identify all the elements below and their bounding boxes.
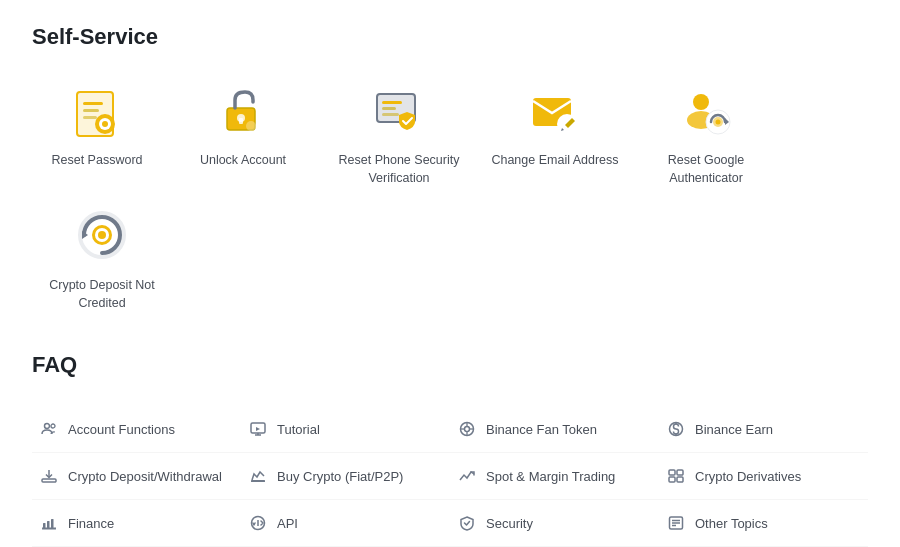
faq-crypto-derivatives-label: Crypto Derivatives — [695, 469, 801, 484]
svg-rect-17 — [382, 113, 399, 116]
faq-fan-token[interactable]: Binance Fan Token — [450, 406, 659, 453]
finance-icon — [40, 514, 58, 532]
trading-icon — [458, 467, 476, 485]
earn-icon — [667, 420, 685, 438]
faq-crypto-derivatives[interactable]: Crypto Derivatives — [659, 453, 868, 500]
svg-rect-7 — [83, 116, 97, 119]
buy-crypto-icon — [249, 467, 267, 485]
svg-rect-16 — [382, 107, 396, 110]
faq-finance[interactable]: Finance — [32, 500, 241, 547]
crypto-deposit-label: Crypto Deposit Not Credited — [32, 277, 172, 312]
service-reset-password[interactable]: Reset Password — [32, 78, 162, 187]
service-reset-google[interactable]: Reset Google Authenticator — [636, 78, 776, 187]
faq-spot-margin-label: Spot & Margin Trading — [486, 469, 615, 484]
reset-google-icon — [674, 78, 738, 142]
derivatives-icon — [667, 467, 685, 485]
faq-finance-label: Finance — [68, 516, 114, 531]
faq-security[interactable]: Security — [450, 500, 659, 547]
crypto-deposit-icon — [70, 203, 134, 267]
faq-fan-token-label: Binance Fan Token — [486, 422, 597, 437]
security-icon — [458, 514, 476, 532]
faq-spot-margin[interactable]: Spot & Margin Trading — [450, 453, 659, 500]
faq-earn[interactable]: Binance Earn — [659, 406, 868, 453]
reset-phone-label: Reset Phone Security Verification — [324, 152, 474, 187]
svg-rect-38 — [251, 480, 265, 482]
change-email-label: Change Email Address — [491, 152, 618, 170]
svg-rect-41 — [669, 477, 675, 482]
tutorial-icon — [249, 420, 267, 438]
fan-token-icon — [458, 420, 476, 438]
unlock-account-label: Unlock Account — [200, 152, 286, 170]
svg-rect-46 — [51, 519, 54, 528]
deposit-icon — [40, 467, 58, 485]
svg-rect-37 — [42, 479, 56, 482]
svg-point-32 — [51, 424, 55, 428]
faq-api-label: API — [277, 516, 298, 531]
faq-earn-label: Binance Earn — [695, 422, 773, 437]
service-reset-phone[interactable]: Reset Phone Security Verification — [324, 78, 474, 187]
svg-rect-45 — [47, 521, 50, 528]
svg-point-20 — [693, 94, 709, 110]
svg-rect-11 — [239, 118, 243, 124]
faq-buy-crypto-label: Buy Crypto (Fiat/P2P) — [277, 469, 403, 484]
faq-other-topics-label: Other Topics — [695, 516, 768, 531]
reset-phone-icon — [367, 78, 431, 142]
svg-point-6 — [102, 121, 108, 127]
svg-point-31 — [45, 424, 50, 429]
service-change-email[interactable]: Change Email Address — [490, 78, 620, 187]
faq-deposit-withdrawal-label: Crypto Deposit/Withdrawal — [68, 469, 222, 484]
reset-password-label: Reset Password — [51, 152, 142, 170]
self-service-grid: Reset Password Unlock Account — [32, 78, 868, 312]
reset-google-label: Reset Google Authenticator — [636, 152, 776, 187]
users-icon — [40, 420, 58, 438]
faq-grid: Account Functions Tutorial Binance — [32, 406, 868, 547]
faq-title: FAQ — [32, 352, 868, 378]
unlock-account-icon — [211, 78, 275, 142]
svg-rect-40 — [677, 470, 683, 475]
self-service-title: Self-Service — [32, 24, 868, 50]
service-unlock-account[interactable]: Unlock Account — [178, 78, 308, 187]
svg-rect-39 — [669, 470, 675, 475]
svg-point-12 — [246, 121, 256, 131]
change-email-icon — [523, 78, 587, 142]
svg-point-25 — [716, 120, 721, 125]
svg-rect-42 — [677, 477, 683, 482]
api-icon — [249, 514, 267, 532]
svg-rect-3 — [83, 109, 99, 112]
svg-rect-44 — [43, 523, 46, 528]
svg-rect-2 — [83, 102, 103, 105]
service-crypto-deposit[interactable]: Crypto Deposit Not Credited — [32, 203, 172, 312]
faq-tutorial-label: Tutorial — [277, 422, 320, 437]
other-icon — [667, 514, 685, 532]
reset-password-icon — [65, 78, 129, 142]
faq-account-functions[interactable]: Account Functions — [32, 406, 241, 453]
faq-tutorial[interactable]: Tutorial — [241, 406, 450, 453]
faq-buy-crypto[interactable]: Buy Crypto (Fiat/P2P) — [241, 453, 450, 500]
faq-api[interactable]: API — [241, 500, 450, 547]
faq-other-topics[interactable]: Other Topics — [659, 500, 868, 547]
faq-deposit-withdrawal[interactable]: Crypto Deposit/Withdrawal — [32, 453, 241, 500]
svg-point-35 — [465, 427, 470, 432]
svg-rect-15 — [382, 101, 402, 104]
svg-point-30 — [98, 231, 106, 239]
faq-security-label: Security — [486, 516, 533, 531]
faq-account-functions-label: Account Functions — [68, 422, 175, 437]
